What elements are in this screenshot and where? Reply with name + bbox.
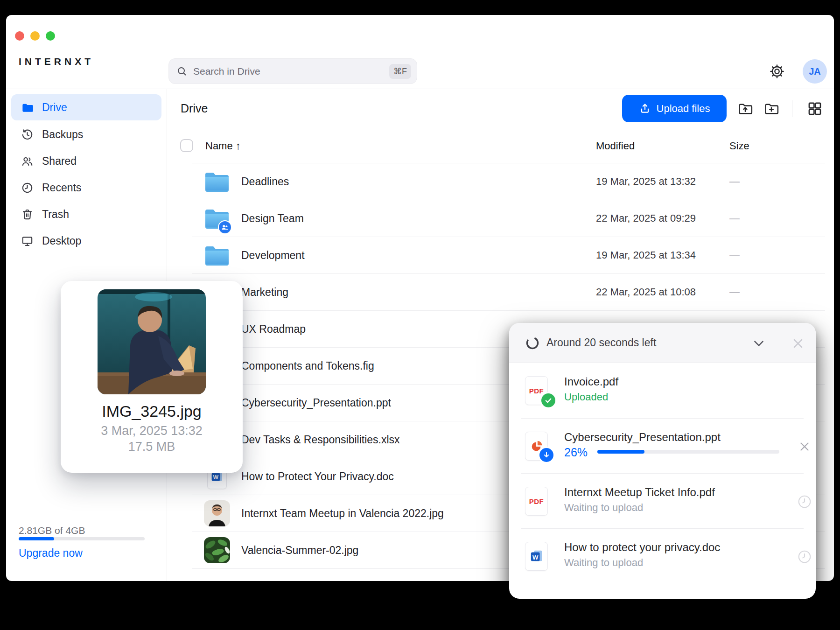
word-file-icon: W — [525, 542, 548, 571]
storage-usage-label: 2.81GB of 4GB — [19, 525, 85, 536]
upload-item-name: How to protect your privacy.doc — [564, 541, 720, 554]
screenshot-frame: INTERNXT ⌘F JA Drive Backups Shared Rec — [0, 0, 840, 630]
folder-icon — [204, 168, 230, 195]
column-header-name[interactable]: Name ↑ — [205, 140, 241, 152]
file-size: — — [729, 200, 740, 237]
close-panel-icon[interactable] — [791, 336, 805, 351]
sidebar-item-label: Trash — [42, 208, 69, 221]
cancel-upload-icon[interactable] — [798, 440, 812, 454]
spinner-icon — [525, 336, 540, 350]
toolbar-separator — [792, 100, 792, 117]
upload-item-status: Waiting to upload — [564, 557, 643, 569]
search-icon — [176, 66, 188, 77]
file-size: — — [729, 274, 740, 310]
column-header-modified[interactable]: Modified — [596, 140, 635, 152]
file-size: — — [729, 237, 740, 273]
file-preview-card[interactable]: IMG_3245.jpg 3 Mar, 2025 13:32 17.5 MB — [61, 281, 243, 473]
search-input[interactable] — [193, 66, 389, 77]
file-name: How to Protect Your Privacy.doc — [241, 458, 394, 495]
file-modified: 22 Mar, 2025 at 09:29 — [596, 200, 696, 237]
upload-folder-icon[interactable] — [737, 101, 753, 117]
minimize-window-button[interactable] — [30, 31, 40, 41]
storage-progress-bar — [19, 537, 145, 540]
file-size: — — [729, 163, 740, 200]
shared-badge-icon — [218, 220, 232, 234]
table-row[interactable]: Design Team 22 Mar, 2025 at 09:29 — — [192, 200, 825, 237]
upload-item-invoice: PDF Invoice.pdf Uploaded — [521, 363, 804, 418]
upload-progress-fill — [597, 450, 644, 454]
uploading-arrow-icon — [538, 447, 555, 463]
zoom-window-button[interactable] — [46, 31, 55, 41]
sidebar-item-shared[interactable]: Shared — [11, 148, 161, 174]
upload-files-label: Upload files — [657, 103, 710, 115]
sidebar-item-label: Desktop — [42, 235, 81, 247]
sidebar-item-label: Backups — [42, 128, 83, 141]
svg-text:W: W — [213, 474, 219, 481]
grid-view-icon[interactable] — [807, 101, 823, 117]
sidebar-item-desktop[interactable]: Desktop — [11, 228, 161, 254]
user-avatar[interactable]: JA — [803, 59, 827, 84]
upload-item-meetup-ticket: PDF Internxt Meetup Ticket Info.pdf Wait… — [521, 473, 804, 528]
sidebar-item-recents[interactable]: Recents — [11, 175, 161, 201]
sidebar-item-label: Shared — [42, 155, 77, 168]
search-bar[interactable]: ⌘F — [168, 58, 417, 84]
file-name: Valencia-Summer-02.jpg — [241, 532, 358, 568]
upload-item-percent: 26% — [564, 446, 588, 459]
upload-panel-header: Around 20 seconds left — [509, 323, 816, 363]
upgrade-now-link[interactable]: Upgrade now — [19, 547, 83, 560]
search-shortcut-badge: ⌘F — [389, 64, 411, 79]
file-name: Cybersecurity_Presentation.ppt — [241, 385, 391, 421]
photo-thumbnail-portrait — [204, 500, 230, 526]
upload-progress-panel: Around 20 seconds left PDF Invoice.pdf U… — [509, 323, 816, 599]
sidebar-item-label: Recents — [42, 182, 81, 194]
sidebar-item-label: Drive — [42, 101, 67, 114]
table-row[interactable]: Development 19 Mar, 2025 at 13:34 — — [192, 237, 825, 274]
desktop-monitor-icon — [21, 235, 34, 247]
chevron-down-icon[interactable] — [752, 336, 766, 350]
preview-filename: IMG_3245.jpg — [61, 402, 243, 420]
folder-icon — [204, 242, 230, 268]
new-folder-icon[interactable] — [763, 101, 779, 117]
file-name: UX Roadmap — [241, 311, 306, 347]
table-row[interactable]: Deadlines 19 Mar, 2025 at 13:32 — — [192, 163, 825, 200]
file-name: Design Team — [241, 200, 304, 237]
folder-icon — [21, 101, 34, 114]
internxt-logo: INTERNXT — [19, 56, 94, 67]
upload-item-name: Cybersecurity_Presentation.ppt — [564, 431, 721, 444]
close-window-button[interactable] — [15, 31, 24, 41]
settings-gear-icon[interactable] — [769, 63, 785, 79]
upload-item-status: Uploaded — [564, 391, 608, 403]
upload-progress-bar — [597, 450, 779, 454]
file-name: Development — [241, 237, 305, 273]
shared-people-icon — [21, 155, 34, 168]
upload-item-name: Invoice.pdf — [564, 375, 618, 388]
sidebar-item-trash[interactable]: Trash — [11, 201, 161, 227]
column-header-size[interactable]: Size — [729, 140, 749, 152]
upload-item-privacy-doc: W How to protect your privacy.doc Waitin… — [521, 528, 804, 583]
file-name: Internxt Team Meetup in Valencia 2022.jp… — [241, 495, 444, 532]
avatar-initials: JA — [809, 66, 821, 77]
sidebar-item-backups[interactable]: Backups — [11, 121, 161, 147]
clock-icon — [21, 182, 34, 194]
waiting-clock-icon — [798, 550, 812, 564]
file-modified: 19 Mar, 2025 at 13:34 — [596, 237, 696, 273]
sidebar-item-drive[interactable]: Drive — [11, 94, 161, 120]
svg-text:W: W — [532, 554, 539, 561]
trash-icon — [21, 208, 34, 221]
pdf-file-icon: PDF — [525, 487, 548, 516]
backup-history-icon — [21, 128, 34, 141]
select-all-checkbox[interactable] — [180, 139, 193, 152]
app-window: INTERNXT ⌘F JA Drive Backups Shared Rec — [6, 15, 834, 581]
file-modified: 19 Mar, 2025 at 13:32 — [596, 163, 696, 200]
storage-progress-fill — [19, 537, 54, 540]
preview-photo — [98, 289, 206, 394]
upload-item-name: Internxt Meetup Ticket Info.pdf — [564, 486, 715, 499]
upload-files-button[interactable]: Upload files — [622, 95, 727, 122]
table-row[interactable]: Marketing 22 Mar, 2025 at 10:08 — — [192, 274, 825, 311]
window-controls — [15, 31, 55, 41]
upload-item-cybersecurity: Cybersecurity_Presentation.ppt 26% — [521, 418, 804, 473]
file-modified: 22 Mar, 2025 at 10:08 — [596, 274, 696, 310]
preview-size: 17.5 MB — [61, 440, 243, 454]
sort-ascending-icon: ↑ — [236, 140, 241, 152]
waiting-clock-icon — [798, 495, 812, 509]
